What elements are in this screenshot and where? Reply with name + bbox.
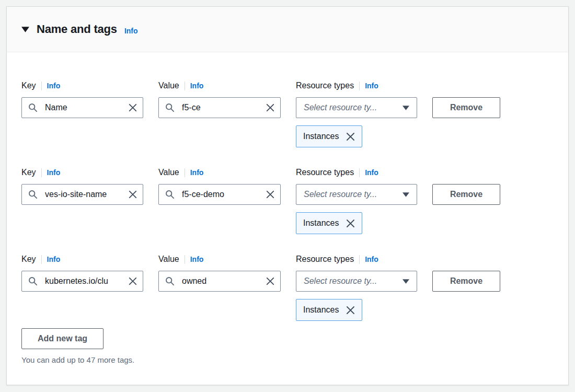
key-input-box	[21, 271, 143, 292]
key-label: Key	[21, 81, 36, 90]
value-field-label: Value Info	[158, 167, 281, 178]
resource-types-field: Resource types Info Select resource ty..…	[296, 80, 417, 147]
label-divider	[41, 255, 42, 264]
remove-tag-button[interactable]: Remove	[432, 97, 500, 118]
label-divider	[41, 168, 42, 177]
clear-value-icon[interactable]	[263, 101, 277, 114]
panel-body: Key Info Value In	[7, 52, 568, 364]
token-dismiss-icon[interactable]	[344, 217, 356, 229]
resource-types-info-link[interactable]: Info	[365, 255, 378, 263]
resource-types-select[interactable]: Select resource ty...	[296, 184, 417, 205]
key-field: Key Info	[21, 254, 143, 292]
label-divider	[185, 82, 185, 90]
collapse-caret-icon[interactable]	[21, 26, 30, 32]
resource-token: Instances	[296, 299, 362, 321]
key-field-label: Key Info	[21, 80, 143, 91]
key-info-link[interactable]: Info	[47, 168, 61, 177]
label-divider	[185, 168, 185, 177]
value-input[interactable]	[158, 97, 281, 118]
resource-types-field: Resource types Info Select resource ty..…	[296, 167, 417, 234]
resource-token-label: Instances	[303, 305, 339, 315]
value-input-box	[158, 184, 281, 205]
key-label: Key	[21, 168, 36, 177]
clear-key-icon[interactable]	[126, 188, 140, 201]
tag-row: Key Info Value In	[21, 167, 554, 234]
tags-remaining-note: You can add up to 47 more tags.	[21, 355, 554, 364]
resource-types-field-label: Resource types Info	[296, 80, 417, 91]
token-dismiss-icon[interactable]	[344, 130, 356, 143]
label-divider	[359, 255, 360, 264]
key-info-link[interactable]: Info	[47, 82, 61, 90]
remove-tag-button[interactable]: Remove	[432, 184, 500, 205]
resource-types-field-label: Resource types Info	[296, 167, 417, 178]
value-label: Value	[158, 81, 179, 90]
value-field-label: Value Info	[158, 80, 281, 91]
remove-cell: Remove	[432, 80, 500, 118]
value-field: Value Info	[158, 254, 281, 292]
panel-title: Name and tags	[37, 22, 117, 36]
panel-info-link[interactable]: Info	[124, 27, 138, 35]
key-field-label: Key Info	[21, 254, 143, 264]
resource-types-info-link[interactable]: Info	[365, 82, 378, 90]
panel-header: Name and tags Info	[7, 7, 568, 52]
clear-value-icon[interactable]	[263, 188, 277, 201]
value-input[interactable]	[158, 271, 281, 292]
resource-token-label: Instances	[303, 218, 339, 228]
key-input-box	[21, 97, 143, 118]
select-placeholder: Select resource ty...	[304, 190, 377, 199]
value-field: Value Info	[158, 80, 281, 118]
add-new-tag-button[interactable]: Add new tag	[21, 328, 104, 349]
token-dismiss-icon[interactable]	[344, 304, 356, 316]
value-info-link[interactable]: Info	[190, 82, 204, 90]
label-divider	[41, 82, 42, 90]
select-placeholder: Select resource ty...	[304, 276, 377, 286]
key-field: Key Info	[21, 80, 143, 118]
resource-token-label: Instances	[303, 132, 339, 141]
key-input[interactable]	[21, 184, 143, 205]
resource-types-info-link[interactable]: Info	[365, 168, 378, 177]
value-field-label: Value Info	[158, 254, 281, 264]
value-input-box	[158, 97, 281, 118]
key-info-link[interactable]: Info	[47, 255, 61, 263]
chevron-down-icon	[402, 106, 409, 110]
chevron-down-icon	[402, 192, 409, 197]
key-input[interactable]	[21, 97, 143, 118]
resource-types-select[interactable]: Select resource ty...	[296, 271, 417, 292]
value-label: Value	[158, 255, 179, 264]
key-input-box	[21, 184, 143, 205]
remove-cell: Remove	[432, 167, 500, 205]
key-field-label: Key Info	[21, 167, 143, 178]
resource-token: Instances	[296, 125, 362, 147]
resource-types-label: Resource types	[296, 168, 354, 177]
tag-row: Key Info Value In	[21, 254, 554, 321]
value-input[interactable]	[158, 184, 281, 205]
name-and-tags-panel: Name and tags Info Key Info	[6, 6, 569, 385]
clear-key-icon[interactable]	[126, 101, 140, 114]
tag-row: Key Info Value In	[21, 80, 554, 147]
value-label: Value	[158, 168, 179, 177]
clear-value-icon[interactable]	[263, 275, 277, 287]
label-divider	[359, 82, 360, 90]
value-info-link[interactable]: Info	[190, 168, 204, 177]
resource-token: Instances	[296, 212, 362, 234]
label-divider	[359, 168, 360, 177]
key-input[interactable]	[21, 271, 143, 292]
select-placeholder: Select resource ty...	[304, 103, 377, 112]
clear-key-icon[interactable]	[126, 275, 140, 287]
remove-cell: Remove	[432, 254, 500, 292]
chevron-down-icon	[402, 279, 409, 284]
remove-tag-button[interactable]: Remove	[432, 271, 500, 292]
label-divider	[185, 255, 185, 264]
resource-types-field-label: Resource types Info	[296, 254, 417, 264]
key-field: Key Info	[21, 167, 143, 205]
value-input-box	[158, 271, 281, 292]
key-label: Key	[21, 255, 36, 264]
resource-types-label: Resource types	[296, 255, 354, 264]
value-info-link[interactable]: Info	[190, 255, 204, 263]
resource-types-field: Resource types Info Select resource ty..…	[296, 254, 417, 321]
resource-types-select[interactable]: Select resource ty...	[296, 97, 417, 118]
resource-types-label: Resource types	[296, 81, 354, 90]
value-field: Value Info	[158, 167, 281, 205]
